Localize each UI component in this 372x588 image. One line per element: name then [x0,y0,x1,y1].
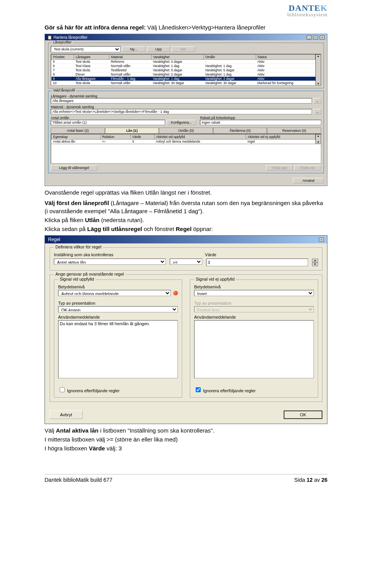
col-header[interactable]: Låntagare [74,55,109,60]
intro-lead: Gör så här för att införa denna regel: [45,24,146,31]
lagg-till-utlansregel-button[interactable]: Lägg till utlånsregel [51,165,97,171]
rabatt-label: Rabatt på bötesbelopp [200,116,321,120]
minimize-icon[interactable]: _ [307,35,312,40]
lookup-button[interactable]: ... [313,109,321,114]
signal-ej-uppfylld-group: Signal vid ej uppfylld Betydelsenivå Ing… [190,279,318,398]
dialog-title: Regel [48,237,60,242]
table-row[interactable]: 7Test skolaTestlånetidVaraktighet: 5 dag… [52,68,315,72]
laneprofiler-group: Låneprofiler Test skola (current) Ny... … [48,43,324,88]
konfigurera-button[interactable]: Konfigurera... [167,120,196,125]
tab[interactable]: Lån (1) [105,128,159,133]
close-icon[interactable]: × [320,35,325,40]
upp-button[interactable]: Upp [147,47,170,52]
typ-label-disabled: Typ av presentation [194,301,314,305]
paragraph-3: Klicka på fliken Utlån (nedersta rutan). [45,216,327,224]
installning-label: Inställning som ska kontrolleras [54,252,167,257]
regel-dialog: Regel × Definiera villkor för regel Inst… [45,235,327,424]
col-header[interactable]: Värde [131,134,154,140]
material-label: Material - dynamisk samling [51,105,321,109]
flytta-ner-button[interactable]: Flytta ner [294,165,321,171]
table-row[interactable]: 8EleverNormalt utlånVaraktighet: 2 dagar… [52,72,315,77]
ner-button[interactable]: Ner [172,47,195,52]
tab[interactable]: Återlämna (0) [213,128,267,133]
col-header[interactable]: Aktivitet vid uppfylld [154,134,246,140]
ignorera-checkbox-ej[interactable] [196,387,201,392]
profile-select[interactable]: Test skola (current) [51,46,121,52]
footer-left: Dantek biblioMatik build 677 [45,477,112,483]
page-footer: Dantek biblioMatik build 677 Sida 12 av … [45,474,327,483]
intro-paragraph: Gör så här för att införa denna regel: V… [45,23,327,31]
lantagare-label: Låntagare - dynamisk samling [51,94,321,98]
paragraph-2: Välj först den låneprofil (Låntagare – M… [45,199,327,215]
maximize-icon[interactable]: □ [313,35,318,40]
ok-button[interactable]: OK [284,410,322,419]
scrollbar[interactable]: ▲▼ [315,54,321,85]
after-p1: Välj Antal aktiva lån i listboxen "Instä… [45,426,327,435]
col-header[interactable]: Material [109,55,151,60]
material-field[interactable] [51,109,312,114]
profiles-table[interactable]: PrioritetLåntagareMaterialVaraktighetOml… [51,54,315,85]
paragraph-4: Klicka sedan på Lägg till utlånsregel oc… [45,225,327,233]
scrollbar[interactable]: ▲▼ [315,134,321,144]
group-legend: Vald låneprofil [52,88,76,92]
titlebar[interactable]: Regel × [45,236,327,243]
intro-trail: Välj Lånedisken>Verktyg>Hantera låneprof… [146,24,265,31]
table-row[interactable]: 10Test skolaNormalt utlånVaraktighet: 30… [52,81,315,85]
close-icon[interactable]: × [319,238,324,242]
spin-down-icon[interactable]: ▼ [312,262,318,266]
titlebar[interactable]: 📋Hantera låneprofiler _ □ × [45,34,327,40]
ny-button[interactable]: Ny... [122,47,145,52]
paragraph-1: Ovanstående regel upprättas via fliken U… [45,188,327,197]
relation-select[interactable]: >= [170,259,203,265]
tab[interactable]: Antal faser (2) [51,128,105,133]
installning-select[interactable]: Antal aktiva lån [54,259,166,265]
col-header[interactable]: Prioritet [52,55,74,60]
tab[interactable]: Reservation (0) [267,128,321,133]
group-legend: Signal vid uppfylld [58,277,96,281]
window-title: Hantera låneprofiler [53,35,88,40]
flytta-upp-button[interactable]: Flytta upp [266,165,293,171]
lantagare-field[interactable] [51,98,312,103]
table-row[interactable]: Antal aktiva lån>=3Avbryt och lämna medd… [52,140,315,144]
anvand-button[interactable]: Använd [293,178,324,183]
ignorera-label: Ignorera efterföljande regler [67,388,120,393]
rabatt-field[interactable] [200,120,321,125]
betydelseniva-select-ej[interactable]: Inget [194,290,314,296]
col-header[interactable]: Omlån [203,55,256,60]
col-header[interactable]: Relation [100,134,131,140]
col-header[interactable]: Status [256,55,315,60]
group-legend: Låneprofiler [52,40,73,44]
group-legend: Ange gensvar på ovanstående regel [54,272,126,276]
table-row[interactable]: 6Test KlassNormalt utlånVaraktighet: 1 d… [52,64,315,68]
anvandarmeddelande-textarea[interactable]: Du kan endast ha 3 filmer till hemlån åt… [58,320,178,378]
group-legend: Definiera villkor för regel [54,245,103,249]
tabs: Antal faser (2)Lån (1)Omlån (0)Återlämna… [51,128,321,134]
vald-laneprofil-group: Vald låneprofil Låntagare - dynamisk sam… [48,91,324,173]
col-header[interactable]: Egenskap [52,134,101,140]
betydelseniva-select[interactable]: Avbryt och lämna meddelande [58,290,171,296]
tab[interactable]: Omlån (0) [159,128,213,133]
rules-table[interactable]: EgenskapRelationVärdeAktivitet vid uppfy… [51,134,315,144]
avbryt-button[interactable]: Avbryt [50,410,83,419]
col-header[interactable]: Varaktighet [151,55,203,60]
col-header[interactable]: Aktivitet vid ej uppfylld [246,134,315,140]
brand-header: DANTEK bibliotekssystem [288,3,327,18]
varde-input[interactable] [206,259,308,266]
signal-uppfylld-group: Signal vid uppfylld Betydelsenivå Avbryt… [54,279,182,398]
anvandarmeddelande-label: Användarmeddelande [194,315,314,319]
anvandarmeddelande-textarea-ej[interactable] [194,320,314,378]
spin-up-icon[interactable]: ▲ [312,259,318,262]
typ-presentation-select[interactable]: OK-knapp [58,306,178,312]
typ-presentation-select-disabled: Endast ikon [194,306,314,312]
lookup-button[interactable]: ... [313,98,321,103]
footer-right: Sida 12 av 26 [294,477,327,483]
after-p2: I mittersta listboxen välj >= (större än… [45,435,327,443]
after-p3: I högra listboxen Värde välj: 3 [45,444,327,452]
antal-omlan-field[interactable] [51,120,165,125]
betydelseniva-label: Betydelsenivå [58,285,178,289]
hantera-laneprofiler-window: 📋Hantera låneprofiler _ □ × Låneprofiler… [45,34,327,186]
ignorera-checkbox-uppfylld[interactable] [60,387,65,392]
table-row[interactable]: 9Alla låntagareFilmutlån - 1 dagVaraktig… [52,77,315,81]
table-row[interactable]: 5Test skolaReferensVaraktighet: 0 dagar-… [52,60,315,64]
typ-label: Typ av presentation [58,301,178,305]
